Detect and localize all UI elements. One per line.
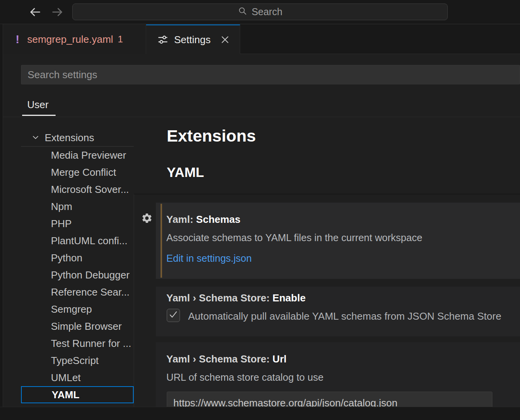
toc-item-plantuml[interactable]: PlantUML confi... — [21, 232, 134, 249]
modified-indicator-bar — [161, 204, 162, 278]
problems-count-badge: 1 — [118, 34, 123, 45]
toc-item-test-runner[interactable]: Test Runner for ... — [21, 335, 134, 352]
setting-description: Associate schemas to YAML files in the c… — [166, 232, 422, 243]
toc-item-python-debugger[interactable]: Python Debugger — [21, 266, 134, 284]
toc-item-reference-search[interactable]: Reference Sear... — [21, 284, 134, 301]
toc-root-label: Extensions — [45, 132, 94, 144]
gear-icon[interactable] — [141, 212, 153, 224]
tab-label: Settings — [174, 34, 211, 46]
sticky-heading-shadow — [134, 194, 520, 194]
setting-title-main: Url — [272, 353, 286, 365]
close-icon[interactable] — [219, 33, 231, 46]
forward-arrow-icon[interactable] — [51, 5, 65, 19]
toc-item-simple-browser[interactable]: Simple Browser — [21, 318, 134, 335]
setting-description: URL of schema store catalog to use — [166, 372, 323, 383]
active-scope-underline — [22, 115, 56, 116]
toc-item-python[interactable]: Python — [21, 249, 134, 266]
setting-title-prefix: Yaml › Schema Store: — [166, 353, 272, 365]
toc-item-php[interactable]: PHP — [21, 215, 134, 232]
setting-row-schema-store-url[interactable]: Yaml › Schema Store: Url URL of schema s… — [156, 342, 520, 407]
schema-store-url-input[interactable] — [167, 392, 492, 407]
chevron-down-icon — [32, 132, 39, 144]
setting-title: Yaml › Schema Store: Enable — [166, 292, 305, 304]
settings-sliders-icon — [157, 34, 169, 46]
setting-title-prefix: Yaml › Schema Store: — [166, 292, 272, 304]
tab-label: semgrep_rule.yaml — [27, 33, 113, 46]
toc-item-merge-conflict[interactable]: Merge Conflict — [21, 164, 134, 181]
toc-item-semgrep[interactable]: Semgrep — [21, 301, 134, 318]
tab-semgrep-rule-yaml[interactable]: ! semgrep_rule.yaml 1 — [3, 24, 146, 54]
toc-item-microsoft-sover[interactable]: Microsoft Sover... — [21, 181, 134, 198]
settings-editor: User Extensions Media Previewer Merge Co… — [3, 54, 520, 407]
titlebar: Search — [0, 0, 520, 24]
search-icon — [237, 6, 248, 18]
setting-title: Yaml › Schema Store: Url — [166, 353, 286, 365]
checkmark-icon — [168, 310, 178, 321]
setting-row-schema-store-enable[interactable]: Yaml › Schema Store: Enable Automaticall… — [156, 287, 520, 336]
toc-item-typescript[interactable]: TypeScript — [21, 352, 134, 369]
toc-item-yaml[interactable]: YAML — [21, 386, 134, 403]
setting-title-prefix: Yaml: — [166, 214, 196, 225]
setting-title-main: Enable — [272, 292, 305, 304]
command-center-label: Search — [251, 6, 282, 18]
yaml-file-icon: ! — [16, 33, 19, 46]
bottom-panel-strip — [0, 407, 520, 420]
checkbox-label: Automatically pull available YAML schema… — [188, 310, 501, 322]
edit-in-settings-json-link[interactable]: Edit in settings.json — [166, 253, 252, 264]
toc-item-umlet[interactable]: UMLet — [21, 369, 134, 386]
group-heading-extensions: Extensions — [167, 126, 256, 145]
toc-item-media-previewer[interactable]: Media Previewer — [21, 147, 134, 164]
left-edge-strip — [0, 24, 3, 407]
back-arrow-icon[interactable] — [28, 5, 42, 19]
vscode-window: Search ! semgrep_rule.yaml 1 Settings Us… — [0, 0, 520, 420]
setting-row-yaml-schemas[interactable]: Yaml: Schemas Associate schemas to YAML … — [156, 203, 520, 279]
toc-item-extensions[interactable]: Extensions — [21, 129, 134, 147]
settings-toc-tree: Extensions Media Previewer Merge Conflic… — [21, 129, 134, 403]
group-heading-yaml: YAML — [167, 164, 204, 180]
tab-bar: ! semgrep_rule.yaml 1 Settings — [3, 24, 520, 54]
schema-store-enable-checkbox[interactable] — [167, 309, 180, 322]
toc-item-npm[interactable]: Npm — [21, 198, 134, 215]
command-center-search[interactable]: Search — [72, 4, 448, 20]
tab-user-scope[interactable]: User — [27, 99, 49, 111]
setting-title-main: Schemas — [196, 214, 241, 225]
settings-list: Extensions YAML Yaml: Schemas Associate … — [134, 54, 520, 407]
tab-settings[interactable]: Settings — [146, 24, 240, 54]
setting-title: Yaml: Schemas — [166, 214, 241, 226]
history-navigation — [28, 0, 65, 24]
